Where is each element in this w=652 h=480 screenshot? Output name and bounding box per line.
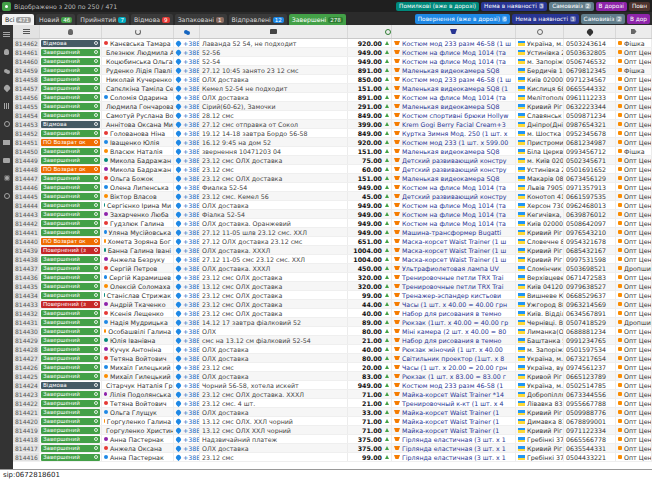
topbar-status-button[interactable]: Самовивіз2 <box>549 2 593 11</box>
table-row[interactable]: 814430ЗавершенийОсобашвілі Галина+38ВОЛХ… <box>13 327 652 336</box>
sidebar-print-icon[interactable] <box>3 157 10 165</box>
status-badge[interactable]: Відмова <box>41 121 100 128</box>
table-row[interactable]: 814456ЗавершенийСоломія Одарина+38ВОЛХ д… <box>13 93 652 102</box>
cell-call-link[interactable]: +38В <box>174 264 200 272</box>
cell-call-link[interactable]: +38В <box>174 219 200 227</box>
table-row[interactable]: 814421ЗавершенийОльга Глущук+38ВОЛХ дост… <box>13 408 652 417</box>
cell-product[interactable]: Маленькая видеокамера SQ8 (1 <box>392 84 516 92</box>
table-row[interactable]: 814445ЗавершенийВіктор Власов+38В23.12 с… <box>13 192 652 201</box>
cell-product[interactable]: Майка-корсет Waist Trainer *14 <box>392 390 516 398</box>
app-logo-icon[interactable] <box>2 2 11 11</box>
status-badge[interactable]: Завершений <box>41 355 100 362</box>
status-badge[interactable]: Завершений <box>41 427 100 434</box>
table-row[interactable]: 814460ЗавершенийКоцюбинська Ольга А+38В5… <box>13 57 652 66</box>
table-row[interactable]: 814455ЗавершенийЛюдмила Гончарова+38ВСір… <box>13 102 652 111</box>
cell-call-link[interactable]: +38В <box>174 345 200 353</box>
cell-call-link[interactable]: +38В <box>174 102 200 110</box>
table-row[interactable]: 814447ЗавершенийОльга Божок+38В23.12 смс… <box>13 174 652 183</box>
cell-call-link[interactable]: +38В <box>174 237 200 245</box>
cell-product[interactable]: Тренировочный к-кт (1 шт. х 4 <box>392 399 516 407</box>
tab-Самовивіз[interactable]: Самовивіз2 <box>581 14 625 24</box>
cell-call-link[interactable]: +38В <box>174 372 200 380</box>
status-badge[interactable]: Завершений <box>41 220 100 227</box>
cell-product[interactable]: Машина-трансформер Bugatti <box>392 228 516 236</box>
cell-call-link[interactable]: +38В <box>174 336 200 344</box>
cell-call-link[interactable]: +38В <box>174 228 200 236</box>
table-row[interactable]: 814452ЗавершенийГолованова Ніна+38В19.12… <box>13 129 652 138</box>
status-badge[interactable]: Завершений <box>41 265 100 272</box>
status-badge[interactable]: Завершений <box>41 400 100 407</box>
cell-call-link[interactable]: +38В <box>174 156 200 164</box>
cell-call-link[interactable]: +38В <box>174 138 200 146</box>
cell-product[interactable]: Детский развивающий констру <box>392 165 516 173</box>
sidebar-menu-icon[interactable] <box>3 31 10 39</box>
status-badge[interactable]: Завершений <box>41 94 100 101</box>
column-header-product[interactable] <box>392 25 516 38</box>
status-badge[interactable]: Завершений <box>41 58 100 65</box>
sidebar-users-icon[interactable] <box>4 67 10 75</box>
tab-Прийнятий[interactable]: Прийнятий7 <box>77 14 129 25</box>
table-row[interactable]: 814440ПО Возврат окХомета Зоряна Бог+38В… <box>13 237 652 246</box>
cell-product[interactable]: Детский развивающий констру <box>392 156 516 164</box>
status-badge[interactable]: Завершений <box>41 337 100 344</box>
cell-product[interactable]: Тренажер-эспандер кистьови <box>392 291 516 299</box>
table-row[interactable]: 814450ЗавершенийВласюк Наталія+38Взверне… <box>13 147 652 156</box>
cell-product[interactable]: Костюм мод 233 (1 шт. х 599.00 <box>392 138 516 146</box>
table-row[interactable]: 814448ПО Возврат окМикола Бадражан+38В23… <box>13 165 652 174</box>
table-row[interactable]: 814459ЗавершенийРуденко Лідія Павлі+38В2… <box>13 66 652 75</box>
tab-Відправлені[interactable]: Відправлені12 <box>229 14 287 25</box>
cell-product[interactable]: Krem Gogi Berry Facial Cream+3 <box>392 120 516 128</box>
table-row[interactable]: 814417ЗавершенийАнжела Оксана+38ВОЛХ дос… <box>13 444 652 453</box>
status-badge[interactable]: Завершений <box>41 310 100 317</box>
cell-product[interactable]: Майка-корсет Waist Trainer (1 <box>392 426 516 434</box>
cell-call-link[interactable]: +38В <box>174 93 200 101</box>
cell-product[interactable]: Набор для рисования в темно <box>392 309 516 317</box>
table-row[interactable]: 814435ЗавершенийОлексій Соломаха+38В13.1… <box>13 282 652 291</box>
cell-call-link[interactable]: +38В <box>174 183 200 191</box>
table-row[interactable]: 814441ЗавершенийУляна Мусійовська+38В27.… <box>13 228 652 237</box>
table-row[interactable]: 814427ЗавершенийТетяна Войтович+38ВОЛХ д… <box>13 354 652 363</box>
status-badge[interactable]: Завершений <box>41 49 100 56</box>
status-badge[interactable]: Завершений <box>41 130 100 137</box>
table-row[interactable]: 814446ЗавершенийОлена Липенська+38ВФиалк… <box>13 183 652 192</box>
table-row[interactable]: 814425ЗавершенийМихаїл Гилецький+38ВОЛХ … <box>13 372 652 381</box>
cell-product[interactable]: Куртка Зимня Мод. 250 (1 шт. х <box>392 129 516 137</box>
status-badge[interactable]: Завершений <box>41 283 100 290</box>
tab-Всі[interactable]: Всі471 <box>2 14 34 25</box>
tab-Нема в наявності[interactable]: Нема в наявності3 <box>512 14 578 24</box>
status-badge[interactable]: Завершений <box>41 193 100 200</box>
table-row[interactable]: 814442ЗавершенийГудзлюк Галина+38ВОЛХ до… <box>13 219 652 228</box>
cell-product[interactable]: Набор для рисования в темно <box>392 336 516 344</box>
status-badge[interactable]: Завершений <box>41 391 100 398</box>
status-badge[interactable]: Завершений <box>41 418 100 425</box>
status-badge[interactable]: Повернений (з <box>41 301 100 308</box>
cell-product[interactable]: Часы (1 шт. х 40.00 = 40.00 грн <box>392 300 516 308</box>
cell-product[interactable]: Майка-корсет Waist Trainer (1 <box>392 408 516 416</box>
topbar-status-button[interactable]: Нема в наявності3 <box>481 2 547 11</box>
status-badge[interactable]: Завершений <box>41 76 100 83</box>
cell-call-link[interactable]: +38В <box>174 327 200 335</box>
table-row[interactable]: 814439Повернений (зБанна Галина Івані+38… <box>13 246 652 255</box>
cell-call-link[interactable]: +38В <box>174 48 200 56</box>
cell-call-link[interactable]: +38В <box>174 201 200 209</box>
status-badge[interactable]: Завершений <box>41 274 100 281</box>
table-row[interactable]: 814457ЗавершенийСапєлкіна Таміла Се+38ВК… <box>13 84 652 93</box>
cell-product[interactable]: Костюм на флисе Мод 1014 (та <box>392 48 516 56</box>
status-badge[interactable]: Відмова <box>41 40 100 47</box>
cell-product[interactable]: Костюм на флисе Мод 1014 (та <box>392 93 516 101</box>
status-badge[interactable]: Завершений <box>41 85 100 92</box>
status-badge[interactable]: ПО Возврат ок <box>41 166 100 173</box>
cell-product[interactable]: Детский развивающий констру <box>392 192 516 200</box>
table-row[interactable]: 814429ЗавершенийЮлія Іванівна+38Всмс на … <box>13 336 652 345</box>
cell-product[interactable]: Гірлянда еластичная (3 шт. х 1 <box>392 435 516 443</box>
cell-call-link[interactable]: +38В <box>174 246 200 254</box>
status-badge[interactable]: Завершений <box>41 319 100 326</box>
cell-call-link[interactable]: +38В <box>174 363 200 371</box>
table-row[interactable]: 814424ВідмоваСітарчук Наталія Гр+38ВЧорн… <box>13 381 652 390</box>
cell-call-link[interactable]: +38В <box>174 318 200 326</box>
table-row[interactable]: 814451ПО Возврат окІващенко Юлія+38В16.1… <box>13 138 652 147</box>
cell-product[interactable]: Маска-корсет Waist Trainer (1 ш <box>392 237 516 245</box>
cell-product[interactable]: Костюм на флисе Мод 1014 (та <box>392 183 516 191</box>
table-row[interactable]: 814434ЗавершенийСтаніслав Стрижак+38В23.… <box>13 291 652 300</box>
column-header-name[interactable] <box>102 25 174 38</box>
